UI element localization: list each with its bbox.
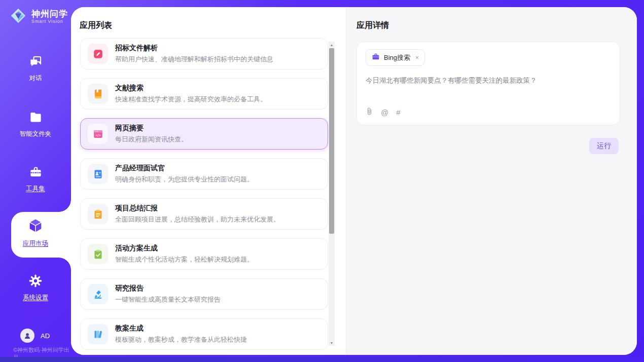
input-icon-row: @ # (366, 107, 611, 118)
logo-title: 神州问学 (31, 10, 68, 19)
attachment-icon[interactable] (366, 107, 373, 118)
briefcase-icon (372, 53, 380, 63)
svg-text:</>: </> (95, 133, 100, 136)
bottom-edge-bar (0, 357, 644, 362)
avatar[interactable] (20, 329, 34, 343)
gear-icon (28, 274, 43, 290)
app-card-name: 研究报告 (115, 284, 221, 293)
folder-icon (29, 111, 43, 126)
app-card-name: 网页摘要 (115, 124, 188, 133)
resume-icon (88, 164, 108, 184)
sidebar-item-app-market[interactable]: 应用市场 (0, 217, 71, 248)
chat-icon (29, 55, 43, 70)
sidebar-item-settings[interactable]: 系统设置 (0, 274, 71, 302)
app-list-panel: 应用列表 招标文件解析 帮助用户快速、准确地理解和解析招标书中的关键信息 (71, 7, 346, 355)
app-frame: 神州问学 Smart Vision 对话 智能文件夹 (0, 0, 644, 361)
browser-code-icon: </> (88, 124, 108, 144)
sidebar-item-chat[interactable]: 对话 (0, 55, 71, 83)
books-icon (88, 324, 108, 344)
tool-tag-label: Bing搜索 (384, 53, 410, 62)
run-button[interactable]: 运行 (589, 138, 619, 154)
hash-icon[interactable]: # (396, 108, 400, 117)
person-icon (23, 332, 31, 340)
app-card-desc: 帮助用户快速、准确地理解和解析招标书中的关键信息 (115, 55, 273, 64)
scrollbar-thumb[interactable] (329, 48, 334, 234)
app-card-project-summary[interactable]: 项目总结汇报 全面回顾项目进展，总结经验教训，助力未来优化发展。 (80, 198, 328, 230)
clipboard-check-icon (88, 244, 108, 264)
sidebar-item-label: 智能文件夹 (20, 130, 52, 138)
app-card-desc: 明确身份和职责，为您提供专业性的面试问题。 (115, 175, 254, 184)
main-content: 应用列表 招标文件解析 帮助用户快速、准确地理解和解析招标书中的关键信息 (71, 7, 637, 355)
pen-square-icon (88, 44, 108, 64)
logo: 神州问学 Smart Vision (9, 7, 68, 27)
toolbox-icon (29, 165, 43, 181)
app-list-title: 应用列表 (71, 7, 346, 38)
app-card-name: 活动方案生成 (115, 244, 254, 253)
app-card-name: 文献搜索 (115, 84, 267, 93)
app-card-name: 项目总结汇报 (115, 204, 280, 213)
app-card-desc: 智能生成个性化活动方案，轻松解决规划难题。 (115, 255, 254, 264)
app-card-event-plan[interactable]: 活动方案生成 智能生成个性化活动方案，轻松解决规划难题。 (80, 238, 328, 270)
app-card-desc: 每日政府新闻资讯快查。 (115, 135, 188, 144)
app-card-desc: 一键智能生成高质量长文本研究报告 (115, 295, 221, 304)
diamond-logo-icon (9, 7, 27, 27)
app-card-name: 招标文件解析 (115, 44, 273, 53)
scrollbar-up-button[interactable]: ▲ (329, 42, 335, 48)
app-card-desc: 全面回顾项目进展，总结经验教训，助力未来优化发展。 (115, 215, 280, 224)
mention-icon[interactable]: @ (381, 108, 388, 117)
sidebar-item-label: 工具集 (26, 185, 45, 193)
app-detail-title: 应用详情 (346, 7, 637, 38)
app-card-lesson-plan[interactable]: 教案生成 模板驱动，教案秒成，教学准备从此轻松快捷 (80, 318, 328, 350)
app-card-list: 招标文件解析 帮助用户快速、准确地理解和解析招标书中的关键信息 文献搜索 (71, 38, 346, 350)
close-icon[interactable]: × (415, 54, 419, 61)
logo-subtitle: Smart Vision (31, 19, 68, 24)
sidebar-item-label: 对话 (29, 74, 42, 83)
sidebar-item-toolset[interactable]: 工具集 (0, 165, 71, 193)
app-detail-panel: 应用详情 Bing搜索 × 今日湖北有哪些新闻要点？有哪些需要关注的最新政策？ (346, 7, 637, 355)
sidebar: 神州问学 Smart Vision 对话 智能文件夹 (0, 0, 71, 361)
app-card-name: 产品经理面试官 (115, 164, 254, 173)
tool-tag-bing-search[interactable]: Bing搜索 × (366, 49, 425, 66)
app-card-desc: 快速精准查找学术资源，提高研究效率的必备工具。 (115, 95, 267, 104)
app-card-research-report[interactable]: 研究报告 一键智能生成高质量长文本研究报告 (80, 278, 328, 310)
user-row[interactable]: AD (20, 329, 50, 343)
app-card-literature-search[interactable]: 文献搜索 快速精准查找学术资源，提高研究效率的必备工具。 (80, 78, 328, 110)
app-detail-card: Bing搜索 × 今日湖北有哪些新闻要点？有哪些需要关注的最新政策？ @ # (356, 42, 620, 125)
app-card-name: 教案生成 (115, 324, 247, 333)
app-card-pm-interviewer[interactable]: 产品经理面试官 明确身份和职责，为您提供专业性的面试问题。 (80, 158, 328, 190)
cube-icon (27, 217, 44, 236)
sidebar-item-label: 应用市场 (23, 239, 48, 248)
book-icon (88, 84, 108, 104)
microscope-icon (88, 284, 108, 304)
query-text[interactable]: 今日湖北有哪些新闻要点？有哪些需要关注的最新政策？ (366, 76, 611, 85)
scrollbar-down-button[interactable]: ▼ (329, 340, 335, 346)
app-card-web-summary[interactable]: </> 网页摘要 每日政府新闻资讯快查。 (80, 118, 328, 150)
clipboard-icon (88, 204, 108, 224)
app-card-bid-parse[interactable]: 招标文件解析 帮助用户快速、准确地理解和解析招标书中的关键信息 (80, 38, 328, 69)
sidebar-item-smart-folder[interactable]: 智能文件夹 (0, 111, 71, 138)
sidebar-item-label: 系统设置 (23, 294, 48, 302)
user-name: AD (41, 332, 50, 340)
list-scrollbar[interactable]: ▲ ▼ (329, 42, 335, 346)
app-card-desc: 模板驱动，教案秒成，教学准备从此轻松快捷 (115, 335, 247, 344)
